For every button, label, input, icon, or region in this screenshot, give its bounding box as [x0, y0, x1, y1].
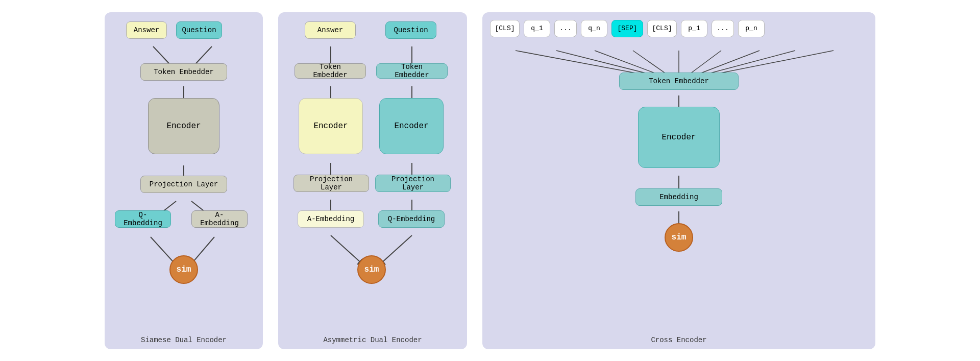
siamese-q-embedding: Q-Embedding	[115, 210, 171, 228]
siamese-sim: sim	[169, 255, 198, 284]
svg-line-16	[331, 235, 362, 264]
asymmetric-projection-left: Projection Layer	[293, 175, 369, 192]
asymmetric-token-embedder-right: Token Embedder	[376, 63, 448, 79]
siamese-diagram: Answer Question Token Embedder Encoder P…	[105, 12, 263, 349]
cross-p1: p_1	[681, 20, 707, 37]
asymmetric-q-embedding: Q-Embedding	[378, 210, 445, 228]
svg-line-17	[380, 235, 412, 264]
cross-ellipsis2: ...	[712, 20, 734, 37]
cross-ellipsis1: ...	[554, 20, 577, 37]
cross-encoder: Encoder	[638, 107, 720, 168]
cross-cls2: [CLS]	[647, 20, 677, 37]
siamese-answer-node: Answer	[126, 21, 167, 39]
cross-token-embedder: Token Embedder	[619, 73, 739, 90]
cross-embedding: Embedding	[635, 188, 722, 206]
asymmetric-encoder-left: Encoder	[299, 98, 363, 154]
siamese-projection-layer: Projection Layer	[140, 176, 227, 193]
cross-sim: sim	[665, 223, 693, 252]
siamese-token-embedder: Token Embedder	[140, 63, 227, 81]
cross-qn: q_n	[581, 20, 607, 37]
siamese-a-embedding: A-Embedding	[191, 210, 248, 228]
cross-sep: [SEP]	[611, 20, 643, 37]
asymmetric-projection-right: Projection Layer	[375, 175, 451, 192]
asymmetric-encoder-right: Encoder	[379, 98, 444, 154]
asymmetric-answer: Answer	[305, 21, 356, 39]
cross-pn: p_n	[738, 20, 765, 37]
asymmetric-question: Question	[385, 21, 436, 39]
asymmetric-diagram: Answer Question Token Embedder Token Emb…	[278, 12, 467, 349]
cross-cls1: [CLS]	[490, 20, 520, 37]
asymmetric-token-embedder-left: Token Embedder	[295, 63, 366, 79]
cross-q1: q_1	[524, 20, 550, 37]
cross-label: Cross Encoder	[651, 336, 706, 344]
cross-diagram: [CLS] q_1 ... q_n [SEP] [CLS] p_1 ... p_…	[482, 12, 875, 349]
asymmetric-a-embedding: A-Embedding	[298, 210, 364, 228]
siamese-question-node: Question	[176, 21, 222, 39]
asymmetric-label: Asymmetric Dual Encoder	[323, 336, 422, 344]
siamese-label: Siamese Dual Encoder	[141, 336, 227, 344]
siamese-encoder: Encoder	[148, 98, 219, 154]
asymmetric-sim: sim	[357, 255, 386, 284]
